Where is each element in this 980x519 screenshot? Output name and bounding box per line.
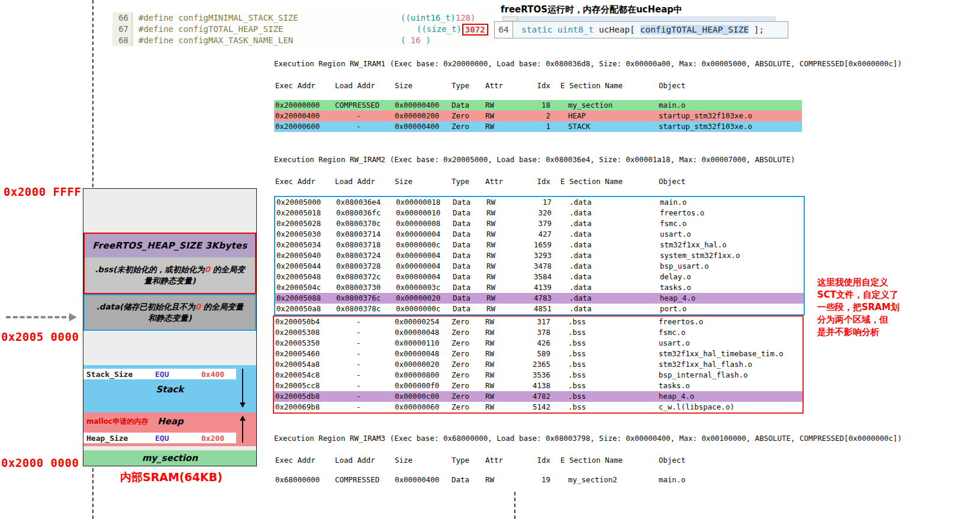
map-cell: 0x00000400 <box>395 100 452 111</box>
map-cell: RW <box>485 359 519 370</box>
map-row: 0x200050880x0800376c0x00000020DataRW4783… <box>275 293 804 304</box>
map-cell: 0x20005040 <box>276 250 336 261</box>
heap-size-value: 0x200 <box>201 434 224 443</box>
map-cell: freertos.o <box>659 317 802 327</box>
sram-memory-diagram: FreeRTOS_HEAP_SIZE 3Kbytes .bss(未初始化的，或初… <box>83 188 257 466</box>
map-cell: - <box>335 381 395 391</box>
map-cell: 0x20005048 <box>276 272 336 282</box>
line-number: 64 <box>495 22 513 38</box>
map-cell: .data <box>562 304 660 314</box>
map-cell: 0x2000504c <box>276 282 336 293</box>
map-cell: 3478 <box>520 261 552 272</box>
map-cell: RW <box>486 261 520 272</box>
map-cell: 0x00000c00 <box>395 391 452 402</box>
map-row: 0x200054a8-0x00000020ZeroRW2365.bssstm32… <box>274 359 802 370</box>
map-cell: 0x20005db8 <box>275 391 335 402</box>
map-cell: 0x0800370c <box>336 218 396 229</box>
clipped-line-number <box>502 17 518 21</box>
segment-label: .bss(未初始化的，或初始化为0 的全局变量和静态变量) <box>93 264 247 286</box>
my-section-segment: my_section <box>83 450 256 466</box>
addr-label-mid: 0x2005 0000 <box>1 330 79 343</box>
map-cell: system_stm32f1xx.o <box>660 250 804 261</box>
map-cell: 0x20005044 <box>276 261 336 272</box>
map-row: 0x200050400x080037240x00000004DataRW3293… <box>275 250 804 261</box>
map-cell: Data <box>453 240 486 250</box>
map-cell: 19 <box>519 475 550 485</box>
config-define-line: 67#define configTOTAL_HEAP_SIZE((size_t)… <box>112 24 496 35</box>
map-cell: .bss <box>560 381 659 391</box>
map-row: 0x200050480x0800372c0x00000004DataRW3584… <box>275 272 804 282</box>
code-token: static uint8_t <box>521 25 599 34</box>
map-cell: delay.o <box>660 272 804 282</box>
map-cell: 0x00000004 <box>396 250 453 261</box>
ucheap-declaration-code: static uint8_t ucHeap[ configTOTAL_HEAP_… <box>513 22 788 38</box>
unused-region-top <box>83 189 256 233</box>
code-token: ) <box>421 35 431 46</box>
stack-size-value: 0x400 <box>201 370 224 379</box>
map-cell: stm32f1xx_hal_flash.o <box>659 359 802 370</box>
map-region-rw-iram3: Execution Region RW_IRAM3 (Exec base: 0x… <box>274 434 902 485</box>
map-cell: - <box>335 317 395 327</box>
map-row: 0x20005460-0x00000048ZeroRW589.bssstm32f… <box>274 349 802 359</box>
map-cell: 1659 <box>520 240 552 250</box>
map-cell: .bss <box>560 359 659 370</box>
heap-segment: malloc申请的内存 Heap Heap_Size EQU 0x200 <box>83 412 256 446</box>
code-token: configTOTAL_HEAP_SIZE <box>640 25 749 34</box>
map-cell: usart.o <box>660 229 804 240</box>
map-cell: 2 <box>519 111 550 121</box>
map-row: 0x2000504c0x080037300x0000003cDataRW4139… <box>275 282 804 293</box>
column-header: Object <box>659 176 805 187</box>
map-cell: 0x200054a8 <box>275 359 335 370</box>
map-cell: STACK <box>560 121 659 132</box>
addr-label-top: 0x2000 FFFF <box>4 185 81 198</box>
column-header: Exec Addr <box>275 176 335 187</box>
map-cell: Zero <box>452 402 485 412</box>
addr-label-bottom: 0x2000 0000 <box>1 456 79 469</box>
map-cell: 0x200054c8 <box>275 370 335 381</box>
map-cell: Zero <box>452 391 485 402</box>
map-row: 0x200050a80x0800378c0x0000000cDataRW4851… <box>275 304 804 314</box>
heap-header-row: malloc申请的内存 Heap <box>86 416 183 427</box>
map-cell: Data <box>453 208 486 218</box>
map-row: 0x200050440x080037280x00000004DataRW3478… <box>275 261 804 272</box>
column-header: Size <box>395 80 452 91</box>
map-cell: 0x20000000 <box>275 100 335 111</box>
map-cell: .bss <box>560 338 659 349</box>
map-cell: 0x20005cc8 <box>275 381 335 391</box>
map-cell: COMPRESSED <box>335 100 395 111</box>
map-cell: RW <box>485 317 519 327</box>
map-row-group: 0x20000000COMPRESSED0x00000400DataRW18my… <box>274 100 802 132</box>
map-cell: startup_stm32f103xe.o <box>659 111 802 121</box>
map-row: 0x20005350-0x00000110ZeroRW426.bssusart.… <box>274 338 802 349</box>
map-cell: 5142 <box>519 402 550 412</box>
map-cell: .data <box>562 250 660 261</box>
map-row: 0x20005db8-0x00000c00ZeroRW4782.bssheap_… <box>274 391 802 402</box>
column-header: Size <box>395 455 452 466</box>
map-cell: 0x00000020 <box>396 293 453 304</box>
map-cell: RW <box>486 282 520 293</box>
map-cell: 0x00000010 <box>396 208 453 218</box>
map-cell: RW <box>486 250 520 261</box>
region-title: Execution Region RW_IRAM3 (Exec base: 0x… <box>274 434 902 443</box>
map-row: 0x200050b4-0x00000254ZeroRW317.bssfreert… <box>274 317 802 327</box>
annotated-memory-map-figure: 66#define configMINIMAL_STACK_SIZE((uint… <box>0 0 980 519</box>
map-cell: - <box>335 338 395 349</box>
clipped-code-line <box>502 17 776 21</box>
map-cell: 0x08003728 <box>336 261 396 272</box>
map-row: 0x20000400-0x00000200ZeroRW2HEAPstartup_… <box>274 111 802 121</box>
map-cell: .data <box>562 240 660 250</box>
map-cell: 18 <box>519 100 550 111</box>
map-cell: heap_4.o <box>659 391 802 402</box>
map-cell: .bss <box>560 349 659 359</box>
code-token: 128) <box>456 12 476 24</box>
map-cell: RW <box>485 121 519 132</box>
freertos-heap-segment: FreeRTOS_HEAP_SIZE 3Kbytes <box>85 234 255 257</box>
map-cell: - <box>335 121 395 132</box>
map-cell: 0x00000048 <box>395 349 452 359</box>
map-cell: 0x080036fc <box>336 208 396 218</box>
map-cell: - <box>335 349 395 359</box>
text-part: .data(储存已初始化且不为 <box>96 302 195 311</box>
map-row: 0x200050300x080037140x00000004DataRW427.… <box>275 229 804 240</box>
define-value: ((size_t)3072 <box>417 24 489 36</box>
map-region-rw-iram2: Execution Region RW_IRAM2 (Exec base: 0x… <box>274 155 805 414</box>
